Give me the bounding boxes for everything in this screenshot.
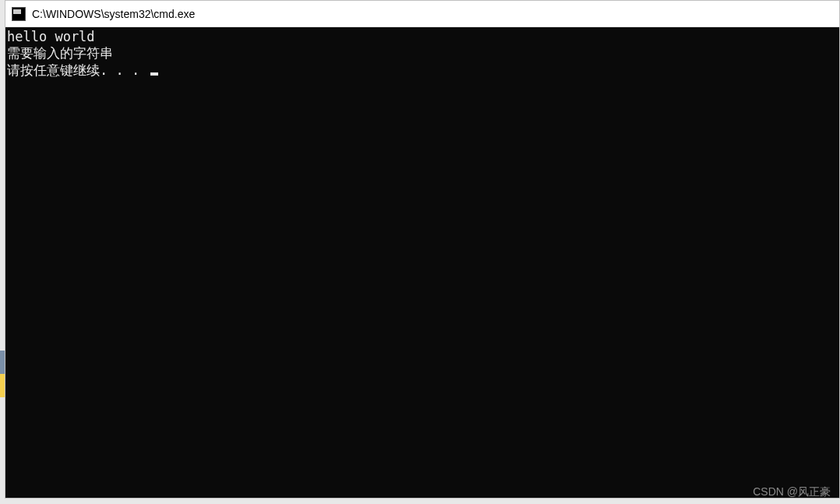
watermark: CSDN @风正豪: [753, 485, 831, 499]
cmd-window: C:\WINDOWS\system32\cmd.exe hello world需…: [5, 0, 840, 499]
terminal-text: 请按任意键继续. . .: [7, 62, 147, 78]
window-titlebar[interactable]: C:\WINDOWS\system32\cmd.exe: [5, 1, 839, 27]
cursor: [150, 72, 158, 76]
terminal-line: hello world: [7, 29, 838, 45]
window-title: C:\WINDOWS\system32\cmd.exe: [32, 8, 195, 20]
terminal-area[interactable]: hello world需要输入的字符串请按任意键继续. . .: [5, 27, 839, 498]
terminal-line: 请按任意键继续. . .: [7, 62, 838, 79]
terminal-line: 需要输入的字符串: [7, 45, 838, 62]
cmd-icon: [12, 7, 26, 21]
